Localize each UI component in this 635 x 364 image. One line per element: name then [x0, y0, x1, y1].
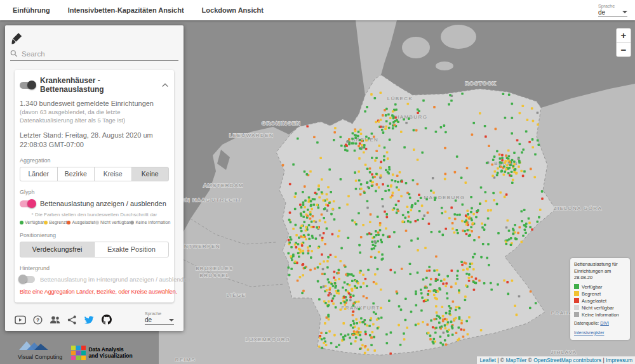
hospital-glyph[interactable] [516, 314, 518, 316]
hospital-glyph[interactable] [465, 273, 468, 275]
hospital-glyph[interactable] [537, 140, 539, 142]
hospital-glyph[interactable] [508, 93, 511, 96]
hospital-glyph[interactable] [321, 237, 324, 239]
hospital-glyph[interactable] [378, 186, 380, 189]
hospital-glyph[interactable] [537, 112, 539, 114]
aggregation-option-kreise[interactable]: Kreise [94, 167, 132, 181]
hospital-glyph[interactable] [505, 169, 507, 171]
hospital-glyph[interactable] [358, 327, 360, 330]
hospital-glyph[interactable] [450, 286, 453, 289]
hospital-glyph[interactable] [455, 199, 457, 202]
hospital-glyph[interactable] [311, 250, 313, 252]
hospital-glyph[interactable] [366, 233, 369, 236]
hospital-glyph[interactable] [439, 289, 441, 291]
hospital-glyph[interactable] [387, 114, 390, 116]
hospital-glyph[interactable] [290, 268, 293, 270]
hospital-glyph[interactable] [409, 263, 411, 265]
hospital-glyph[interactable] [478, 280, 481, 282]
hospital-glyph[interactable] [429, 338, 432, 341]
hospital-glyph[interactable] [460, 328, 463, 331]
hospital-glyph[interactable] [310, 205, 312, 207]
hospital-glyph[interactable] [388, 189, 391, 192]
hospital-glyph[interactable] [458, 291, 460, 294]
hospital-glyph[interactable] [380, 92, 382, 94]
hospital-glyph[interactable] [370, 256, 373, 259]
hospital-glyph[interactable] [422, 218, 424, 220]
hospital-glyph[interactable] [447, 334, 450, 337]
hospital-glyph[interactable] [368, 137, 370, 140]
hospital-glyph[interactable] [318, 346, 321, 348]
hospital-glyph[interactable] [490, 282, 492, 285]
hospital-glyph[interactable] [340, 302, 342, 304]
hospital-glyph[interactable] [288, 266, 290, 269]
hospital-glyph[interactable] [307, 247, 309, 249]
hospital-glyph[interactable] [385, 108, 388, 110]
hospital-glyph[interactable] [438, 230, 441, 233]
hospital-glyph[interactable] [517, 232, 519, 235]
hospital-glyph[interactable] [484, 224, 486, 226]
hospital-glyph[interactable] [325, 344, 328, 346]
hospital-glyph[interactable] [383, 159, 385, 162]
hospital-glyph[interactable] [321, 178, 323, 181]
hospital-glyph[interactable] [444, 173, 447, 176]
hospital-glyph[interactable] [363, 146, 366, 149]
hospital-glyph[interactable] [349, 284, 351, 287]
hospital-glyph[interactable] [389, 139, 391, 141]
hospital-glyph[interactable] [444, 324, 446, 327]
hospital-glyph[interactable] [311, 221, 313, 223]
hospital-glyph[interactable] [435, 305, 438, 308]
hospital-glyph[interactable] [375, 150, 378, 152]
hospital-glyph[interactable] [443, 332, 445, 334]
hospital-glyph[interactable] [344, 149, 347, 152]
hospital-glyph[interactable] [507, 293, 510, 296]
hospital-glyph[interactable] [521, 152, 523, 154]
hospital-glyph[interactable] [344, 301, 346, 304]
hospital-glyph[interactable] [482, 243, 485, 245]
hospital-glyph[interactable] [338, 344, 340, 346]
hospital-glyph[interactable] [461, 220, 464, 223]
hospital-glyph[interactable] [307, 214, 309, 217]
hospital-glyph[interactable] [460, 176, 463, 179]
hospital-glyph[interactable] [467, 209, 469, 212]
hospital-glyph[interactable] [364, 278, 367, 280]
hospital-glyph[interactable] [506, 164, 509, 167]
hospital-glyph[interactable] [384, 211, 386, 213]
collapse-chevron-icon[interactable] [161, 82, 169, 88]
hospital-glyph[interactable] [312, 198, 314, 200]
hospital-glyph[interactable] [503, 173, 505, 176]
hospital-glyph[interactable] [421, 152, 424, 154]
hospital-glyph[interactable] [523, 209, 526, 212]
hospital-glyph[interactable] [328, 301, 330, 303]
hospital-glyph[interactable] [368, 187, 370, 190]
hospital-glyph[interactable] [486, 257, 488, 259]
hospital-glyph[interactable] [300, 224, 303, 227]
hospital-glyph[interactable] [363, 295, 365, 297]
hospital-glyph[interactable] [328, 168, 331, 171]
hospital-glyph[interactable] [432, 177, 434, 179]
hospital-glyph[interactable] [420, 292, 423, 295]
hospital-glyph[interactable] [388, 166, 391, 169]
hospital-glyph[interactable] [363, 144, 366, 146]
hospital-glyph[interactable] [347, 283, 349, 285]
hospital-glyph[interactable] [302, 290, 305, 292]
hospital-glyph[interactable] [375, 234, 378, 237]
hospital-glyph[interactable] [370, 213, 372, 216]
hospital-glyph[interactable] [504, 117, 507, 119]
hospital-glyph[interactable] [377, 268, 379, 271]
hospital-glyph[interactable] [333, 218, 336, 221]
hospital-glyph[interactable] [434, 332, 437, 334]
hospital-glyph[interactable] [522, 235, 525, 237]
hospital-glyph[interactable] [359, 139, 361, 141]
hospital-glyph[interactable] [381, 129, 384, 131]
hospital-glyph[interactable] [441, 207, 443, 209]
hospital-glyph[interactable] [506, 239, 509, 242]
hospital-glyph[interactable] [467, 213, 469, 216]
hospital-glyph[interactable] [335, 290, 338, 292]
hospital-glyph[interactable] [461, 264, 464, 266]
hospital-glyph[interactable] [294, 244, 297, 246]
hospital-glyph[interactable] [326, 260, 329, 263]
hospital-glyph[interactable] [373, 311, 375, 314]
hospital-glyph[interactable] [535, 302, 537, 304]
hospital-glyph[interactable] [321, 213, 323, 216]
hospital-glyph[interactable] [396, 186, 398, 189]
